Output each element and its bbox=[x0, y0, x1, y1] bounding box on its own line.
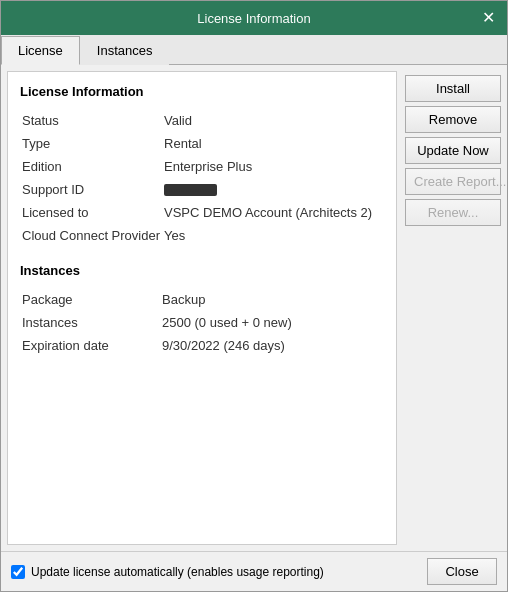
field-value: Rental bbox=[162, 132, 384, 155]
instances-section-title: Instances bbox=[20, 263, 384, 278]
table-row: Cloud Connect Provider Yes bbox=[20, 224, 384, 247]
auto-update-checkbox[interactable] bbox=[11, 565, 25, 579]
field-value: 9/30/2022 (246 days) bbox=[160, 334, 384, 357]
field-label: Instances bbox=[20, 311, 160, 334]
field-value: VSPC DEMO Account (Architects 2) bbox=[162, 201, 384, 224]
field-label: Licensed to bbox=[20, 201, 162, 224]
field-value-support-id: •••••••••• bbox=[162, 178, 384, 201]
create-report-button[interactable]: Create Report... bbox=[405, 168, 501, 195]
table-row: Expiration date 9/30/2022 (246 days) bbox=[20, 334, 384, 357]
field-label: Support ID bbox=[20, 178, 162, 201]
update-now-button[interactable]: Update Now bbox=[405, 137, 501, 164]
field-value: 2500 (0 used + 0 new) bbox=[160, 311, 384, 334]
field-label: Package bbox=[20, 288, 160, 311]
auto-update-checkbox-label[interactable]: Update license automatically (enables us… bbox=[11, 565, 324, 579]
redacted-value: •••••••••• bbox=[164, 184, 217, 196]
field-label: Cloud Connect Provider bbox=[20, 224, 162, 247]
field-value: Backup bbox=[160, 288, 384, 311]
table-row: Status Valid bbox=[20, 109, 384, 132]
license-info-table: Status Valid Type Rental Edition Enterpr… bbox=[20, 109, 384, 247]
field-value: Valid bbox=[162, 109, 384, 132]
field-label: Status bbox=[20, 109, 162, 132]
tab-instances[interactable]: Instances bbox=[80, 36, 170, 65]
table-row: Instances 2500 (0 used + 0 new) bbox=[20, 311, 384, 334]
tab-license[interactable]: License bbox=[1, 36, 80, 65]
table-row: Type Rental bbox=[20, 132, 384, 155]
field-value: Yes bbox=[162, 224, 384, 247]
auto-update-label: Update license automatically (enables us… bbox=[31, 565, 324, 579]
dialog-body: License Information Status Valid Type Re… bbox=[1, 65, 507, 551]
close-button[interactable]: Close bbox=[427, 558, 497, 585]
main-content-panel: License Information Status Valid Type Re… bbox=[7, 71, 397, 545]
dialog-title: License Information bbox=[197, 11, 310, 26]
table-row: Package Backup bbox=[20, 288, 384, 311]
remove-button[interactable]: Remove bbox=[405, 106, 501, 133]
license-section-title: License Information bbox=[20, 84, 384, 99]
renew-button[interactable]: Renew... bbox=[405, 199, 501, 226]
table-row: Licensed to VSPC DEMO Account (Architect… bbox=[20, 201, 384, 224]
title-bar: License Information ✕ bbox=[1, 1, 507, 35]
field-value: Enterprise Plus bbox=[162, 155, 384, 178]
table-row: Support ID •••••••••• bbox=[20, 178, 384, 201]
footer: Update license automatically (enables us… bbox=[1, 551, 507, 591]
close-icon[interactable]: ✕ bbox=[478, 8, 499, 28]
table-row: Edition Enterprise Plus bbox=[20, 155, 384, 178]
action-buttons-panel: Install Remove Update Now Create Report.… bbox=[405, 71, 501, 545]
field-label: Type bbox=[20, 132, 162, 155]
field-label: Edition bbox=[20, 155, 162, 178]
install-button[interactable]: Install bbox=[405, 75, 501, 102]
field-label: Expiration date bbox=[20, 334, 160, 357]
license-dialog: License Information ✕ License Instances … bbox=[0, 0, 508, 592]
instances-info-table: Package Backup Instances 2500 (0 used + … bbox=[20, 288, 384, 357]
tab-bar: License Instances bbox=[1, 35, 507, 65]
